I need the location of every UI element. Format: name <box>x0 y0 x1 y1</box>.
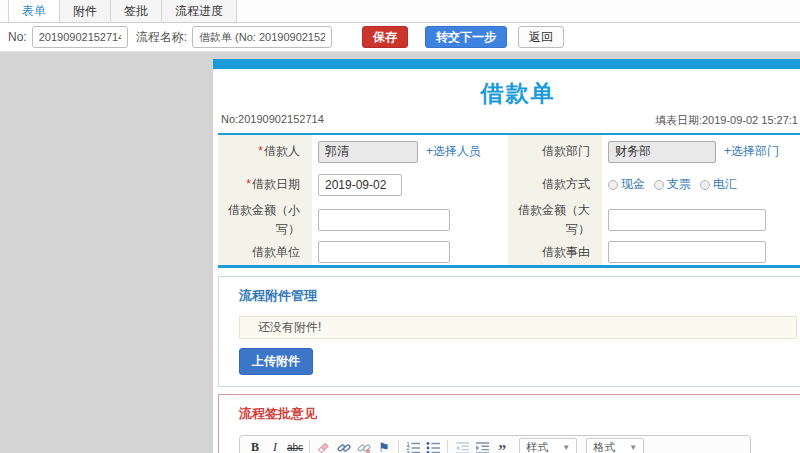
ordered-list-icon[interactable]: 123 <box>405 440 421 453</box>
loan-date-input[interactable] <box>318 174 402 196</box>
style-dropdown[interactable]: 样式 ▼ <box>519 438 577 453</box>
toolbar-separator <box>398 440 399 453</box>
loan-method-cell: 现金 支票 电汇 <box>602 168 800 201</box>
no-label: No: <box>8 30 27 44</box>
anchor-flag-icon[interactable]: ⚑ <box>376 440 392 453</box>
radio-cheque[interactable]: 支票 <box>654 176 691 193</box>
radio-icon <box>608 180 618 190</box>
workspace: 借款单 No:20190902152714 填表日期:2019-09-02 15… <box>0 52 800 453</box>
tab-bar: 表单 附件 签批 流程进度 <box>0 0 800 23</box>
amount-big-cell <box>602 201 800 239</box>
format-dropdown[interactable]: 格式 ▼ <box>586 438 644 453</box>
department-cell: +选择部门 <box>602 135 800 168</box>
bold-icon[interactable]: B <box>247 440 263 453</box>
tab-progress[interactable]: 流程进度 <box>162 0 237 22</box>
indent-icon[interactable] <box>474 440 490 453</box>
toolbar-separator <box>447 440 448 453</box>
fill-date: 填表日期:2019-09-02 15:27:1 <box>655 113 798 128</box>
approval-title: 流程签批意见 <box>239 405 797 423</box>
loan-date-cell <box>312 168 508 201</box>
doc-number: No:20190902152714 <box>221 113 324 128</box>
rich-text-editor: B I abc <box>239 435 751 453</box>
loan-method-label: 借款方式 <box>508 168 602 201</box>
tab-form[interactable]: 表单 <box>8 0 60 22</box>
editor-toolbar: B I abc <box>240 436 750 453</box>
loan-reason-cell <box>602 239 800 265</box>
link-icon[interactable] <box>336 440 352 453</box>
radio-icon <box>654 180 664 190</box>
loan-method-radio-group: 现金 支票 电汇 <box>608 176 737 193</box>
tab-sign[interactable]: 签批 <box>111 0 162 22</box>
save-button[interactable]: 保存 <box>362 26 408 48</box>
process-name-label: 流程名称: <box>136 29 187 46</box>
amount-big-label: 借款金额（大写） <box>508 201 602 239</box>
borrower-label: * 借款人 <box>218 135 312 168</box>
toolbar-separator <box>309 440 310 453</box>
next-step-button[interactable]: 转交下一步 <box>425 26 507 48</box>
required-mark: * <box>258 142 263 161</box>
loan-form-grid: * 借款人 +选择人员 借款部门 +选择部门 * 借款日期 <box>218 133 800 268</box>
approval-section: 流程签批意见 B I abc <box>218 394 800 453</box>
chevron-down-icon: ▼ <box>629 443 637 452</box>
loan-unit-cell <box>312 239 508 265</box>
loan-reason-input[interactable] <box>608 241 766 263</box>
back-button[interactable]: 返回 <box>518 26 564 48</box>
bullet-list-icon[interactable] <box>425 440 441 453</box>
chevron-down-icon: ▼ <box>562 443 570 452</box>
radio-icon <box>700 180 710 190</box>
radio-wire[interactable]: 电汇 <box>700 176 737 193</box>
blockquote-icon[interactable]: ” <box>494 440 510 453</box>
required-mark: * <box>246 175 251 194</box>
attachments-section: 流程附件管理 还没有附件! 上传附件 <box>218 276 800 387</box>
unlink-icon[interactable] <box>356 440 372 453</box>
select-person-link[interactable]: +选择人员 <box>426 143 481 160</box>
italic-icon[interactable]: I <box>267 440 283 453</box>
remove-format-icon[interactable] <box>316 440 332 453</box>
panel-top-accent-bar <box>213 59 800 69</box>
amount-small-cell <box>312 201 508 239</box>
amount-small-label: 借款金额（小写） <box>218 201 312 239</box>
svg-text:3: 3 <box>406 449 409 453</box>
page-title: 借款单 <box>213 69 800 113</box>
loan-date-label: * 借款日期 <box>218 168 312 201</box>
loan-unit-label: 借款单位 <box>218 239 312 265</box>
loan-unit-input[interactable] <box>318 241 450 263</box>
department-label: 借款部门 <box>508 135 602 168</box>
outdent-icon[interactable] <box>454 440 470 453</box>
tab-attachments[interactable]: 附件 <box>60 0 111 22</box>
radio-cash[interactable]: 现金 <box>608 176 645 193</box>
loan-reason-label: 借款事由 <box>508 239 602 265</box>
amount-big-input[interactable] <box>608 209 766 231</box>
borrower-cell: +选择人员 <box>312 135 508 168</box>
upload-attachment-button[interactable]: 上传附件 <box>239 348 313 375</box>
process-name-input[interactable] <box>192 26 332 48</box>
attachments-title: 流程附件管理 <box>239 287 797 305</box>
select-department-link[interactable]: +选择部门 <box>724 143 779 160</box>
amount-small-input[interactable] <box>318 209 450 231</box>
doc-meta-row: No:20190902152714 填表日期:2019-09-02 15:27:… <box>213 113 800 133</box>
no-input[interactable] <box>32 26 128 48</box>
loan-form-panel: 借款单 No:20190902152714 填表日期:2019-09-02 15… <box>213 59 800 453</box>
action-toolbar: No: 流程名称: 保存 转交下一步 返回 <box>0 23 800 52</box>
borrower-input[interactable] <box>318 141 418 163</box>
no-attachments-message: 还没有附件! <box>239 316 797 339</box>
department-input[interactable] <box>608 141 716 163</box>
strikethrough-icon[interactable]: abc <box>287 440 303 453</box>
